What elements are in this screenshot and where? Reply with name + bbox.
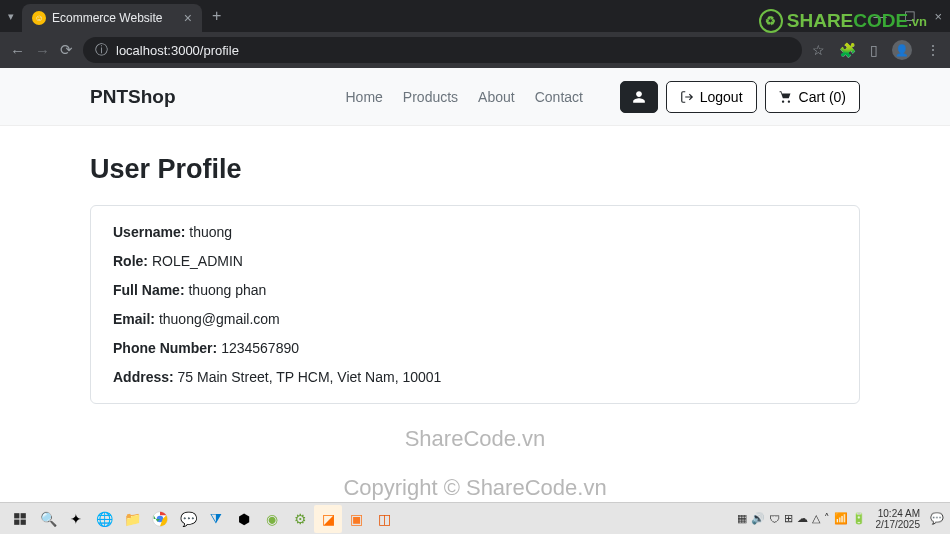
new-tab-button[interactable]: + (212, 7, 221, 25)
tray-icon-6[interactable]: △ (812, 512, 820, 525)
app-icon-2[interactable]: ⚙ (286, 505, 314, 533)
vscode-icon[interactable]: ⧩ (202, 505, 230, 533)
tab-list-dropdown[interactable]: ▾ (8, 10, 14, 23)
copilot-icon[interactable]: ✦ (62, 505, 90, 533)
back-icon[interactable]: ← (10, 42, 25, 59)
browser-address-bar: ← → ⟳ ⓘ localhost:3000/profile ☆ 🧩 ▯ 👤 ⋮ (0, 32, 950, 68)
taskbar-clock[interactable]: 10:24 AM 2/17/2025 (870, 508, 927, 530)
field-role: Role: ROLE_ADMIN (113, 253, 837, 269)
value-phone: 1234567890 (221, 340, 299, 356)
svg-rect-1 (21, 513, 26, 518)
tray-battery-icon[interactable]: 🔋 (852, 512, 866, 525)
value-address: 75 Main Street, TP HCM, Viet Nam, 10001 (178, 369, 442, 385)
profile-avatar-icon[interactable]: 👤 (892, 40, 912, 60)
bookmark-icon[interactable]: ☆ (812, 42, 825, 58)
logout-label: Logout (700, 89, 743, 105)
app-icon-4[interactable]: ◫ (370, 505, 398, 533)
clock-time: 10:24 AM (876, 508, 921, 519)
wm-suffix: .vn (908, 14, 927, 29)
app-icon-3[interactable]: ◪ (314, 505, 342, 533)
edge-icon[interactable]: 🌐 (90, 505, 118, 533)
user-icon (632, 90, 646, 104)
site-header: PNTShop Home Products About Contact Logo… (0, 68, 950, 126)
watermark-logo: ♻ SHARECODE.vn (759, 9, 927, 33)
zalo-icon[interactable]: 💬 (174, 505, 202, 533)
profile-button[interactable] (620, 81, 658, 113)
logout-button[interactable]: Logout (666, 81, 757, 113)
tab-favicon-icon: ☺ (32, 11, 46, 25)
site-info-icon[interactable]: ⓘ (95, 41, 108, 59)
label-username: Username: (113, 224, 189, 240)
chatgpt-icon[interactable]: ⬢ (230, 505, 258, 533)
search-icon[interactable]: 🔍 (34, 505, 62, 533)
close-tab-icon[interactable]: × (184, 10, 192, 26)
extensions-icon[interactable]: 🧩 (839, 42, 856, 58)
label-phone: Phone Number: (113, 340, 221, 356)
reload-icon[interactable]: ⟳ (60, 41, 73, 59)
chrome-icon[interactable] (146, 505, 174, 533)
start-icon[interactable] (6, 505, 34, 533)
page-content: PNTShop Home Products About Contact Logo… (0, 68, 950, 432)
app-icon-1[interactable]: ◉ (258, 505, 286, 533)
tray-icon-5[interactable]: ☁ (797, 512, 808, 525)
watermark-mid: ShareCode.vn (405, 426, 546, 452)
page-title: User Profile (90, 154, 860, 185)
tray-wifi-icon[interactable]: 📶 (834, 512, 848, 525)
browser-tab[interactable]: ☺ Ecommerce Website × (22, 4, 202, 32)
field-fullname: Full Name: thuong phan (113, 282, 837, 298)
explorer-icon[interactable]: 📁 (118, 505, 146, 533)
nav-home[interactable]: Home (346, 89, 383, 105)
windows-taskbar: 🔍 ✦ 🌐 📁 💬 ⧩ ⬢ ◉ ⚙ ◪ ▣ ◫ ▦ 🔊 🛡 ⊞ ☁ △ ˄ 📶 … (0, 502, 950, 534)
recycle-icon: ♻ (759, 9, 783, 33)
value-username: thuong (189, 224, 232, 240)
tray-icon-2[interactable]: 🔊 (751, 512, 765, 525)
nav-products[interactable]: Products (403, 89, 458, 105)
brand-logo[interactable]: PNTShop (90, 86, 176, 108)
notifications-icon[interactable]: 💬 (930, 512, 944, 525)
main-nav: Home Products About Contact (346, 89, 583, 105)
browser-menu-icon[interactable]: ⋮ (926, 42, 940, 58)
nav-about[interactable]: About (478, 89, 515, 105)
label-address: Address: (113, 369, 178, 385)
tray-icon-4[interactable]: ⊞ (784, 512, 793, 525)
watermark-bottom: Copyright © ShareCode.vn (343, 475, 606, 501)
forward-icon[interactable]: → (35, 42, 50, 59)
tray-icon-3[interactable]: 🛡 (769, 513, 780, 525)
url-text: localhost:3000/profile (116, 43, 239, 58)
value-email: thuong@gmail.com (159, 311, 280, 327)
field-phone: Phone Number: 1234567890 (113, 340, 837, 356)
wm-text2: CODE (853, 10, 908, 32)
field-username: Username: thuong (113, 224, 837, 240)
value-role: ROLE_ADMIN (152, 253, 243, 269)
label-role: Role: (113, 253, 152, 269)
label-email: Email: (113, 311, 159, 327)
value-fullname: thuong phan (188, 282, 266, 298)
side-panel-icon[interactable]: ▯ (870, 42, 878, 58)
label-fullname: Full Name: (113, 282, 188, 298)
tray-icon-1[interactable]: ▦ (737, 512, 747, 525)
cart-icon (779, 90, 793, 104)
profile-card: Username: thuong Role: ROLE_ADMIN Full N… (90, 205, 860, 404)
wm-text1: SHARE (787, 10, 854, 32)
svg-rect-2 (14, 519, 19, 524)
field-email: Email: thuong@gmail.com (113, 311, 837, 327)
url-input[interactable]: ⓘ localhost:3000/profile (83, 37, 802, 63)
clock-date: 2/17/2025 (876, 519, 921, 530)
logout-icon (680, 90, 694, 104)
field-address: Address: 75 Main Street, TP HCM, Viet Na… (113, 369, 837, 385)
tab-title: Ecommerce Website (52, 11, 162, 25)
nav-contact[interactable]: Contact (535, 89, 583, 105)
xampp-icon[interactable]: ▣ (342, 505, 370, 533)
tray-chevron-icon[interactable]: ˄ (824, 512, 830, 525)
svg-rect-0 (14, 513, 19, 518)
close-window-icon[interactable]: × (934, 9, 942, 24)
svg-rect-3 (21, 519, 26, 524)
cart-label: Cart (0) (799, 89, 846, 105)
cart-button[interactable]: Cart (0) (765, 81, 860, 113)
